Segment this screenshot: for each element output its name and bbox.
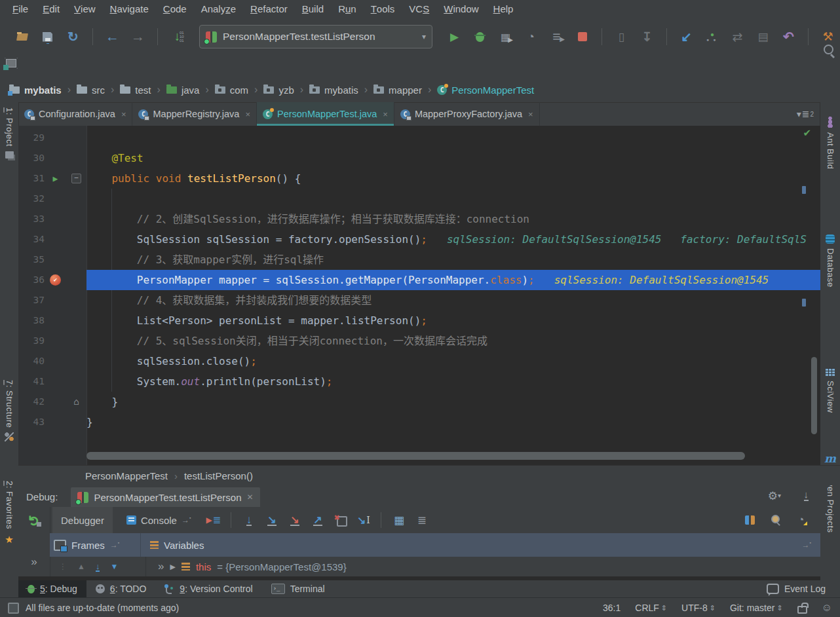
screen-tool-icon[interactable]: [5, 58, 18, 69]
breadcrumb-personmappertest[interactable]: PersonMapperTest: [434, 84, 537, 96]
breadcrumb-yzb[interactable]: yzb: [261, 84, 296, 96]
toolwindow-toggle-icon[interactable]: [8, 603, 19, 614]
frame-down-icon[interactable]: ▼: [110, 562, 118, 571]
horizontal-scrollbar[interactable]: [18, 452, 820, 460]
download-icon[interactable]: [638, 28, 656, 45]
menu-file[interactable]: File: [5, 0, 35, 18]
unlock-icon[interactable]: [797, 606, 807, 614]
breadcrumb-method[interactable]: testListPerson(): [184, 470, 253, 481]
breadcrumb-mapper[interactable]: mapper: [371, 84, 425, 96]
tab-personmappertest-java[interactable]: PersonMapperTest.java×: [257, 102, 394, 126]
scroll-to-end-icon[interactable]: [181, 515, 191, 525]
menu-help[interactable]: Help: [486, 0, 521, 18]
event-log-button[interactable]: Event Log: [767, 584, 840, 594]
compare-icon[interactable]: [729, 28, 746, 45]
breadcrumb-test[interactable]: test: [117, 84, 153, 96]
breadcrumb-mybatis[interactable]: mybatis: [7, 84, 64, 96]
profiler-icon[interactable]: [522, 28, 540, 45]
force-step-into-icon[interactable]: [286, 512, 303, 529]
toolwindow-button-9-version-control[interactable]: 9: Version Control: [155, 580, 261, 597]
menu-build[interactable]: Build: [295, 0, 331, 18]
expand-icon[interactable]: ▶: [170, 563, 175, 571]
back-icon[interactable]: [104, 28, 121, 45]
more-chevron-icon[interactable]: »: [31, 555, 37, 569]
toolwindow-button-5-debug[interactable]: 5: Debug: [18, 580, 86, 597]
menu-analyze[interactable]: Analyze: [194, 0, 243, 18]
close-tab-icon[interactable]: ×: [245, 109, 250, 119]
tab-console[interactable]: Console: [118, 507, 200, 533]
run-icon[interactable]: [446, 28, 463, 45]
breakpoint-icon[interactable]: [50, 274, 61, 286]
menu-view[interactable]: View: [67, 0, 103, 18]
debug-session-tab[interactable]: PersonMapperTest.testListPerson ✕: [71, 487, 259, 507]
tool-strip-maven-projects[interactable]: Maven Projects: [820, 452, 840, 533]
tab-variables[interactable]: Variables: [141, 540, 802, 551]
tool-strip-7-structure[interactable]: 7: Structure: [0, 380, 18, 441]
tab-debugger[interactable]: Debugger: [52, 507, 113, 533]
frames-panel[interactable]: ⋮ ▲ ↓ ▼: [50, 557, 146, 576]
menu-code[interactable]: Code: [156, 0, 194, 18]
forward-icon[interactable]: [129, 28, 147, 45]
step-out-icon[interactable]: [309, 512, 326, 529]
drop-frame-icon[interactable]: [332, 512, 349, 529]
scroll-to-source-icon[interactable]: [110, 540, 119, 550]
search-everywhere-icon[interactable]: [820, 42, 837, 59]
breadcrumb-com[interactable]: com: [212, 84, 251, 96]
run-test-icon[interactable]: ▶: [53, 168, 58, 189]
tab-list-icon[interactable]: ▾≣2: [797, 102, 820, 126]
update-running-application-icon[interactable]: [168, 28, 186, 45]
inspections-profile-icon[interactable]: [822, 602, 832, 614]
tab-mapperregistry-java[interactable]: MapperRegistry.java×: [132, 102, 257, 126]
commit-changes-icon[interactable]: [703, 28, 721, 45]
toolwindow-button-terminal[interactable]: Terminal: [262, 580, 334, 597]
close-tab-icon[interactable]: ×: [383, 109, 388, 119]
tab-configuration-java[interactable]: Configuration.java×: [18, 102, 132, 126]
toolwindow-button-6-todo[interactable]: 6: TODO: [86, 580, 156, 597]
drag-handle-icon[interactable]: ⋮: [59, 562, 67, 571]
tab-frames[interactable]: Frames: [50, 533, 141, 557]
settings-layout-icon[interactable]: [413, 512, 430, 529]
more-chevron-icon[interactable]: »: [158, 560, 164, 573]
overhead-monitor-icon[interactable]: [792, 512, 810, 529]
scrollbar-thumb[interactable]: [86, 452, 745, 460]
run-configuration-select[interactable]: PersonMapperTest.testListPerson▾: [199, 25, 432, 48]
frame-up-icon[interactable]: ▲: [77, 562, 85, 571]
tool-strip-database[interactable]: Database: [820, 234, 840, 288]
step-over-icon[interactable]: [240, 512, 258, 529]
breadcrumb-java[interactable]: java: [164, 84, 202, 96]
close-tab-icon[interactable]: ×: [528, 109, 533, 119]
tool-strip-1-project[interactable]: 1: Project: [0, 107, 18, 159]
menu-tools[interactable]: Tools: [364, 0, 402, 18]
line-separator[interactable]: CRLF⇕: [635, 603, 667, 613]
update-project-icon[interactable]: [678, 28, 695, 45]
tab-mapperproxyfactory-java[interactable]: MapperProxyFactory.java×: [394, 102, 540, 126]
changes-icon[interactable]: [754, 28, 772, 45]
scroll-to-source-icon[interactable]: [802, 540, 811, 550]
rollback-icon[interactable]: [780, 28, 797, 45]
attach-to-process-icon[interactable]: [613, 28, 630, 45]
fold-marker-icon[interactable]: −: [71, 174, 81, 183]
debug-icon[interactable]: [471, 28, 489, 45]
hide-window-icon[interactable]: ↓: [804, 489, 809, 501]
run-to-cursor-icon[interactable]: [354, 512, 372, 529]
tool-strip-sciview[interactable]: SciView: [820, 368, 840, 413]
evaluate-expression-icon[interactable]: [390, 512, 408, 529]
git-branch[interactable]: Git: master⇕: [730, 603, 783, 613]
save-all-icon[interactable]: [39, 28, 56, 45]
code-editor[interactable]: 2930@Test31▶−public void testListPerson(…: [18, 126, 820, 465]
memory-view-icon[interactable]: [767, 512, 784, 529]
step-into-icon[interactable]: [263, 512, 280, 529]
synchronize-icon[interactable]: [64, 28, 82, 45]
file-encoding[interactable]: UTF-8⇕: [681, 603, 716, 613]
breadcrumb-mybatis[interactable]: mybatis: [307, 84, 361, 96]
variable-row[interactable]: » ▶ this = {PersonMapperTest@1539}: [146, 560, 347, 573]
breadcrumb-class[interactable]: PersonMapperTest: [85, 470, 168, 481]
menu-vcs[interactable]: VCS: [402, 0, 436, 18]
settings-gear-icon[interactable]: ⚙▾: [768, 489, 781, 503]
tool-strip-ant-build[interactable]: Ant Build: [820, 117, 840, 170]
open-file-icon[interactable]: [13, 28, 31, 45]
tool-strip-2-favorites[interactable]: 2: Favorites: [0, 481, 18, 546]
fold-marker-icon[interactable]: ⌂: [73, 392, 79, 412]
menu-window[interactable]: Window: [436, 0, 486, 18]
show-execution-point-icon[interactable]: [204, 512, 222, 529]
